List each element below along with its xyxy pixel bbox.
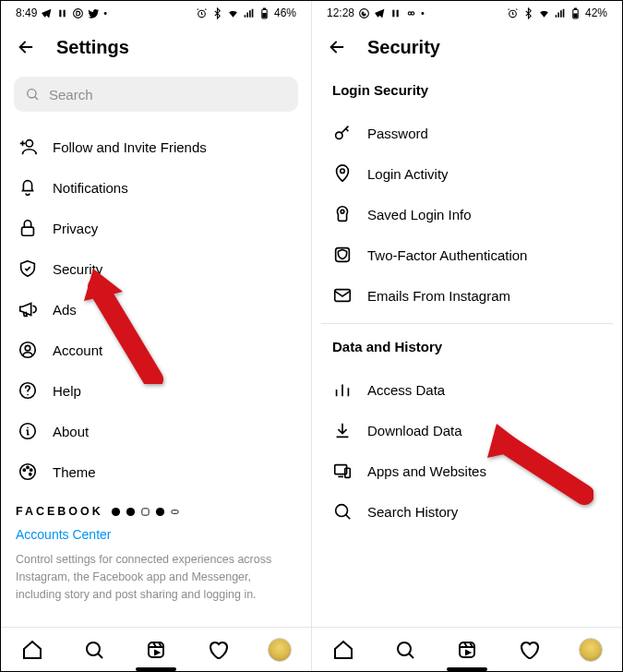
security-item-password[interactable]: Password	[312, 113, 622, 153]
security-item-login-activity[interactable]: Login Activity	[312, 153, 622, 194]
instagram-icon	[140, 507, 150, 517]
svg-point-19	[112, 507, 120, 515]
row-label: Access Data	[367, 382, 445, 398]
nav-home[interactable]	[20, 638, 44, 662]
devices-icon	[332, 461, 353, 481]
nav-profile-avatar[interactable]	[579, 638, 603, 662]
row-label: Ads	[53, 302, 77, 318]
location-icon	[332, 163, 353, 184]
nav-profile-avatar[interactable]	[268, 638, 292, 662]
key-icon	[332, 123, 353, 143]
search-icon	[25, 87, 40, 102]
svg-point-24	[87, 642, 100, 655]
svg-point-33	[336, 132, 342, 138]
lock-icon	[18, 218, 38, 238]
svg-rect-39	[345, 468, 351, 477]
settings-list: Follow and Invite Friends Notifications …	[1, 121, 311, 492]
megaphone-icon	[18, 299, 38, 319]
svg-point-35	[341, 210, 344, 213]
svg-point-34	[341, 169, 345, 174]
svg-point-2	[74, 8, 83, 18]
security-item-apps-websites[interactable]: Apps and Websites	[312, 450, 622, 491]
row-label: Saved Login Info	[367, 207, 472, 222]
reels-underline-indicator	[447, 667, 487, 671]
settings-item-about[interactable]: About	[1, 411, 311, 451]
row-label: Password	[367, 126, 428, 141]
settings-item-account[interactable]: Account	[1, 330, 311, 370]
bar-chart-icon	[332, 379, 353, 400]
header: Settings	[1, 23, 311, 67]
settings-item-follow-invite[interactable]: Follow and Invite Friends	[1, 126, 311, 167]
settings-item-help[interactable]: Help	[1, 370, 311, 411]
row-label: Privacy	[53, 221, 98, 236]
settings-item-ads[interactable]: Ads	[1, 289, 311, 330]
status-bar: 8:49 • 46%	[1, 1, 311, 23]
svg-point-16	[27, 466, 29, 468]
nav-search[interactable]	[393, 638, 417, 662]
settings-item-theme[interactable]: Theme	[1, 451, 311, 492]
security-item-saved-login[interactable]: Saved Login Info	[312, 194, 622, 234]
wifi-icon	[227, 7, 239, 19]
facebook-section: FACEBOOK Accounts Center Control setting…	[1, 492, 311, 603]
search-input[interactable]: Search	[14, 77, 298, 112]
status-bar: 12:28 • 42%	[312, 1, 622, 23]
nav-activity[interactable]	[206, 638, 230, 662]
row-label: Notifications	[53, 180, 128, 196]
svg-point-11	[25, 345, 30, 351]
messenger-icon	[126, 507, 136, 517]
row-label: Login Activity	[367, 166, 449, 182]
circle-d-icon	[72, 7, 84, 19]
signal-icon	[243, 7, 255, 19]
status-time: 12:28	[327, 6, 354, 19]
security-item-access-data[interactable]: Access Data	[312, 369, 622, 410]
facebook-icon	[111, 507, 121, 517]
settings-item-security[interactable]: Security	[1, 248, 311, 289]
row-label: About	[53, 424, 89, 439]
telegram-icon	[374, 7, 386, 19]
settings-item-privacy[interactable]: Privacy	[1, 208, 311, 248]
download-icon	[332, 420, 353, 440]
svg-rect-5	[263, 8, 265, 9]
settings-screen: 8:49 • 46% Settings	[1, 1, 311, 671]
security-item-search-history[interactable]: Search History	[312, 491, 622, 532]
row-label: Help	[53, 383, 81, 399]
section-data-history: Data and History	[312, 324, 622, 364]
pause-icon	[56, 7, 68, 19]
page-title: Security	[367, 37, 440, 58]
back-arrow-icon[interactable]	[16, 36, 38, 58]
svg-rect-27	[392, 9, 394, 17]
svg-point-22	[156, 507, 164, 515]
svg-rect-9	[22, 227, 34, 235]
security-item-emails[interactable]: Emails From Instagram	[312, 275, 622, 316]
nav-reels[interactable]	[455, 638, 479, 662]
back-arrow-icon[interactable]	[327, 36, 349, 58]
row-label: Security	[53, 261, 102, 277]
nav-search[interactable]	[82, 638, 106, 662]
svg-rect-0	[60, 9, 62, 17]
palette-icon	[18, 462, 38, 482]
accounts-center-link[interactable]: Accounts Center	[16, 518, 296, 542]
row-label: Download Data	[367, 423, 462, 438]
data-history-list: Access Data Download Data Apps and Websi…	[312, 364, 622, 532]
twitter-icon	[88, 7, 100, 19]
search-placeholder: Search	[49, 87, 93, 102]
svg-point-8	[26, 140, 32, 147]
row-label: Account	[53, 342, 102, 358]
svg-rect-1	[64, 9, 66, 17]
security-item-two-factor[interactable]: Two-Factor Authentication	[312, 234, 622, 275]
nav-home[interactable]	[331, 638, 355, 662]
svg-rect-32	[574, 14, 577, 18]
nav-reels[interactable]	[144, 638, 168, 662]
facebook-brand: FACEBOOK	[16, 505, 103, 518]
svg-point-26	[360, 8, 369, 18]
add-user-icon	[18, 137, 38, 157]
security-item-download-data[interactable]: Download Data	[312, 410, 622, 450]
nav-activity[interactable]	[517, 638, 541, 662]
battery-icon	[258, 7, 270, 19]
svg-point-18	[30, 474, 31, 475]
bluetooth-icon	[522, 7, 534, 19]
battery-percent: 46%	[274, 6, 296, 19]
settings-item-notifications[interactable]: Notifications	[1, 167, 311, 208]
alarm-icon	[507, 7, 519, 19]
help-icon	[18, 380, 38, 401]
